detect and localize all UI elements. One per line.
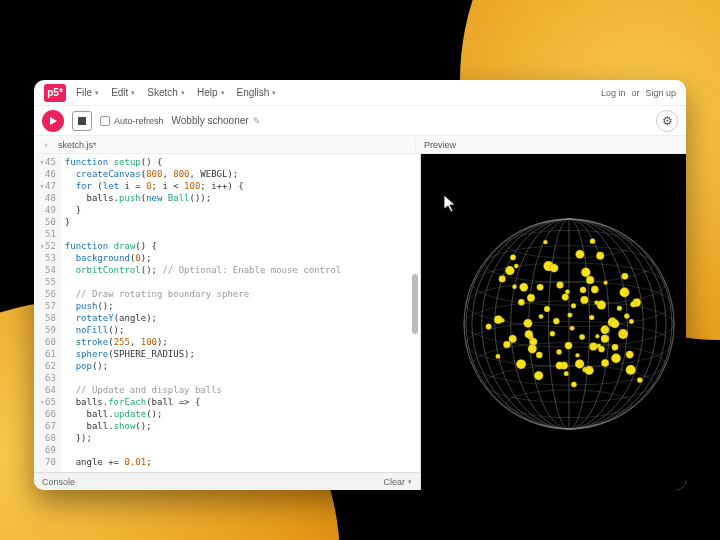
svg-point-43 <box>626 351 634 359</box>
menu-group: File▾ Edit▾ Sketch▾ Help▾ English▾ <box>76 87 276 98</box>
svg-point-72 <box>622 273 629 280</box>
sidebar-toggle[interactable]: › <box>40 140 52 150</box>
menu-sketch[interactable]: Sketch▾ <box>147 87 185 98</box>
svg-point-93 <box>537 284 544 291</box>
svg-point-51 <box>539 314 544 319</box>
top-menu-bar: p5* File▾ Edit▾ Sketch▾ Help▾ English▾ L… <box>34 80 686 106</box>
svg-point-85 <box>496 354 501 359</box>
svg-point-37 <box>503 341 510 348</box>
svg-point-92 <box>626 365 636 375</box>
play-button[interactable] <box>42 110 64 132</box>
svg-point-94 <box>611 320 620 329</box>
checkbox-icon <box>100 116 110 126</box>
file-tab-sketch[interactable]: sketch.js* <box>52 140 103 150</box>
svg-point-61 <box>510 255 516 261</box>
svg-point-30 <box>581 268 590 277</box>
console-label: Console <box>42 477 75 487</box>
gear-icon: ⚙ <box>662 114 673 128</box>
sketch-name[interactable]: Wobbly schooner ✎ <box>172 115 261 126</box>
svg-point-28 <box>512 285 516 289</box>
preview-header-label: Preview <box>415 140 680 150</box>
svg-point-77 <box>575 353 579 357</box>
settings-button[interactable]: ⚙ <box>656 110 678 132</box>
svg-point-32 <box>557 349 562 354</box>
signup-link[interactable]: Sign up <box>645 88 676 98</box>
svg-point-103 <box>620 288 630 298</box>
svg-point-56 <box>591 286 598 293</box>
caret-down-icon: ▾ <box>272 89 276 97</box>
svg-point-34 <box>568 313 573 318</box>
svg-point-36 <box>589 343 597 351</box>
code-lines: function setup() { createCanvas(800, 800… <box>61 154 345 472</box>
console-bar: Console Clear ▾ <box>34 472 420 490</box>
svg-point-88 <box>637 377 642 382</box>
sketch-name-text: Wobbly schooner <box>172 115 249 126</box>
svg-point-39 <box>514 264 518 268</box>
svg-point-53 <box>565 342 572 349</box>
svg-point-52 <box>596 252 604 260</box>
svg-point-101 <box>630 301 636 307</box>
svg-point-50 <box>528 344 537 353</box>
svg-point-26 <box>595 334 599 338</box>
svg-point-44 <box>524 319 533 328</box>
menu-language[interactable]: English▾ <box>237 87 277 98</box>
svg-point-58 <box>486 324 492 330</box>
svg-point-66 <box>612 344 618 350</box>
svg-point-47 <box>527 294 535 302</box>
svg-point-62 <box>557 282 564 289</box>
autorefresh-label: Auto-refresh <box>114 116 164 126</box>
preview-sphere-render <box>421 154 686 474</box>
svg-point-75 <box>556 362 564 370</box>
svg-point-59 <box>494 316 502 324</box>
auth-links: Log in or Sign up <box>601 88 676 98</box>
autorefresh-toggle[interactable]: Auto-refresh <box>100 116 164 126</box>
svg-point-71 <box>586 276 594 284</box>
svg-point-96 <box>629 319 634 324</box>
login-link[interactable]: Log in <box>601 88 626 98</box>
svg-point-102 <box>585 366 594 375</box>
svg-point-81 <box>570 326 575 331</box>
pencil-icon: ✎ <box>253 116 261 126</box>
console-clear-button[interactable]: Clear ▾ <box>383 477 412 487</box>
preview-canvas[interactable] <box>421 154 686 490</box>
menu-help-label: Help <box>197 87 218 98</box>
caret-down-icon: ▾ <box>408 478 412 486</box>
svg-point-90 <box>565 289 570 294</box>
line-gutter: ▾45 46▾47 48 49 50 51▾52 53 54 55 56 57 … <box>34 154 61 472</box>
menu-language-label: English <box>237 87 270 98</box>
editor-scrollbar[interactable] <box>412 274 418 334</box>
auth-or: or <box>631 88 639 98</box>
code-editor[interactable]: ▾45 46▾47 48 49 50 51▾52 53 54 55 56 57 … <box>34 154 420 472</box>
svg-point-100 <box>543 240 547 244</box>
stop-button[interactable] <box>72 111 92 131</box>
svg-point-89 <box>505 266 514 275</box>
svg-point-54 <box>604 281 608 285</box>
menu-sketch-label: Sketch <box>147 87 178 98</box>
menu-edit-label: Edit <box>111 87 128 98</box>
caret-down-icon: ▾ <box>95 89 99 97</box>
menu-edit[interactable]: Edit▾ <box>111 87 135 98</box>
editor-column: ▾45 46▾47 48 49 50 51▾52 53 54 55 56 57 … <box>34 154 421 490</box>
workarea: ▾45 46▾47 48 49 50 51▾52 53 54 55 56 57 … <box>34 154 686 490</box>
svg-point-84 <box>597 301 606 310</box>
svg-point-110 <box>544 306 550 312</box>
svg-point-78 <box>624 314 629 319</box>
svg-point-98 <box>534 371 543 380</box>
play-icon <box>48 116 58 126</box>
menu-file-label: File <box>76 87 92 98</box>
menu-file[interactable]: File▾ <box>76 87 99 98</box>
svg-point-65 <box>499 276 506 283</box>
preview-column <box>421 154 686 490</box>
svg-point-48 <box>604 328 609 333</box>
svg-point-64 <box>581 296 589 304</box>
p5-logo: p5* <box>44 84 66 102</box>
svg-point-74 <box>601 335 609 343</box>
svg-point-73 <box>536 352 542 358</box>
caret-down-icon: ▾ <box>181 89 185 97</box>
svg-point-31 <box>564 371 569 376</box>
svg-point-83 <box>571 382 577 388</box>
svg-point-95 <box>576 250 585 259</box>
svg-point-35 <box>617 306 622 311</box>
menu-help[interactable]: Help▾ <box>197 87 225 98</box>
caret-down-icon: ▾ <box>221 89 225 97</box>
